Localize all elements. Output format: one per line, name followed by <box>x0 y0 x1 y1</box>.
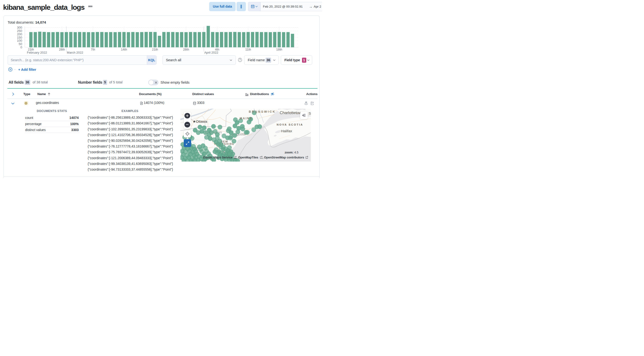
svg-text:February 2022: February 2022 <box>27 51 47 54</box>
svg-text:21th: 21th <box>152 48 158 51</box>
svg-text:Halifax: Halifax <box>281 129 292 133</box>
svg-text:14th: 14th <box>121 48 127 51</box>
svg-text:28th: 28th <box>183 48 189 51</box>
svg-text:18th: 18th <box>276 48 282 51</box>
svg-text:April 2022: April 2022 <box>204 51 218 54</box>
svg-text:Sy: Sy <box>308 111 311 116</box>
svg-text:March 2022: March 2022 <box>67 51 83 54</box>
svg-text:11th: 11th <box>245 48 251 51</box>
svg-text:MAINE: MAINE <box>240 117 252 120</box>
svg-text:7th: 7th <box>91 48 95 51</box>
svg-text:★Ottawa: ★Ottawa <box>192 120 207 124</box>
svg-text:BRUNSWICK: BRUNSWICK <box>249 110 276 114</box>
svg-text:28th: 28th <box>59 48 65 51</box>
svg-text:?: ? <box>239 58 240 61</box>
svg-text:NOVA SCOTIA: NOVA SCOTIA <box>276 123 303 126</box>
